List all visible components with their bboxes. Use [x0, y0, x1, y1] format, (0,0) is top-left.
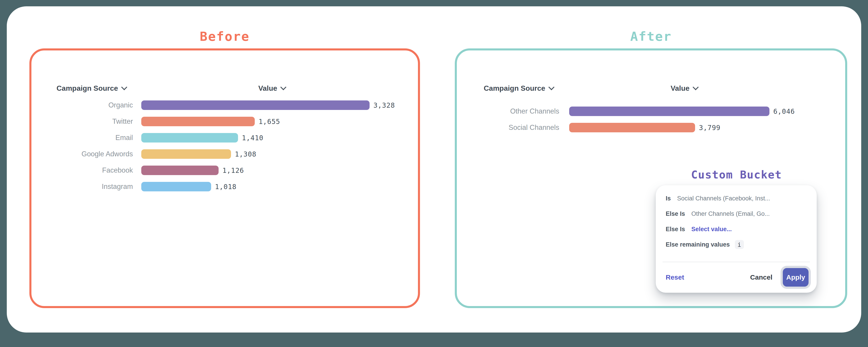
value-bar [141, 133, 238, 143]
row-label: Social Channels [459, 123, 559, 132]
table-row: Email 1,410 [34, 129, 395, 146]
row-value: 1,018 [215, 183, 237, 191]
cancel-button[interactable]: Cancel [750, 273, 772, 281]
before-title: Before [29, 29, 420, 44]
custom-bucket-dialog: Is Social Channels (Facebook, Inst... El… [656, 185, 817, 293]
rule-condition-label: Else Is [666, 226, 685, 233]
table-row: Other Channels 6,046 [459, 103, 795, 119]
rule-condition-label: Is [666, 195, 671, 202]
after-dimension-header-label: Campaign Source [484, 84, 545, 92]
before-table-body: Organic 3,328 Twitter 1,655 Email 1,410 … [34, 97, 395, 195]
bucket-rules-list: Is Social Channels (Facebook, Inst... El… [656, 185, 817, 250]
dialog-divider [662, 262, 810, 262]
row-value: 3,799 [699, 124, 720, 132]
table-row: Facebook 1,126 [34, 162, 395, 178]
custom-bucket-heading: Custom Bucket [656, 168, 817, 181]
after-dimension-column-header[interactable]: Campaign Source [484, 83, 554, 93]
table-row: Instagram 1,018 [34, 178, 395, 195]
value-bar [141, 182, 211, 191]
table-row: Google Adwords 1,308 [34, 146, 395, 162]
bucket-value-selector[interactable]: Social Channels (Facebook, Inst... [677, 195, 770, 202]
after-measure-column-header[interactable]: Value [658, 83, 710, 93]
apply-button[interactable]: Apply [783, 268, 809, 287]
row-label: Other Channels [459, 107, 559, 115]
row-label: Instagram [34, 182, 133, 191]
after-table-body: Other Channels 6,046 Social Channels 3,7… [459, 103, 795, 136]
rule-condition-label: Else Is [666, 210, 685, 218]
value-bar [569, 123, 695, 132]
before-measure-header-label: Value [258, 84, 277, 92]
table-row: Twitter 1,655 [34, 113, 395, 129]
row-label: Twitter [34, 117, 133, 125]
after-title: After [455, 29, 847, 44]
table-row: Social Channels 3,799 [459, 119, 795, 136]
bucket-rule-row: Is Social Channels (Facebook, Inst... [666, 194, 807, 203]
bucket-rule-row: Else Is Other Channels (Email, Go... [666, 209, 807, 219]
value-bar [141, 117, 255, 126]
bucket-value-selector[interactable]: Other Channels (Email, Go... [691, 210, 770, 218]
before-dimension-column-header[interactable]: Campaign Source [57, 83, 126, 93]
row-label: Google Adwords [34, 150, 133, 158]
row-label: Organic [34, 101, 133, 109]
row-value: 6,046 [773, 108, 795, 115]
info-icon[interactable]: i [735, 240, 744, 249]
row-value: 1,655 [258, 118, 280, 125]
chevron-down-icon [548, 84, 555, 90]
after-measure-header-label: Value [671, 84, 690, 92]
chevron-down-icon [692, 84, 699, 90]
bucket-rule-row: Else Is Select value... [666, 224, 807, 234]
select-value-link[interactable]: Select value... [691, 226, 732, 233]
rule-condition-label: Else remaining values [666, 241, 730, 248]
content-card: Before After Campaign Source Value Organ… [7, 6, 861, 332]
bucket-rule-row: Else remaining values i [666, 239, 807, 250]
before-measure-column-header[interactable]: Value [246, 83, 298, 93]
value-bar [141, 166, 219, 175]
table-row: Organic 3,328 [34, 97, 395, 113]
value-bar [141, 100, 370, 110]
value-bar [141, 149, 231, 159]
before-after-comparison: Before After Campaign Source Value Organ… [0, 0, 868, 347]
row-value: 1,126 [222, 167, 244, 174]
row-value: 1,308 [235, 150, 256, 158]
value-bar [569, 107, 770, 116]
reset-button[interactable]: Reset [666, 273, 684, 281]
row-label: Email [34, 134, 133, 142]
chevron-down-icon [280, 84, 286, 90]
row-value: 1,410 [242, 134, 264, 142]
dialog-footer: Reset Cancel Apply [666, 268, 809, 287]
chevron-down-icon [121, 84, 127, 90]
row-value: 3,328 [373, 102, 395, 109]
row-label: Facebook [34, 166, 133, 174]
before-dimension-header-label: Campaign Source [57, 84, 118, 92]
